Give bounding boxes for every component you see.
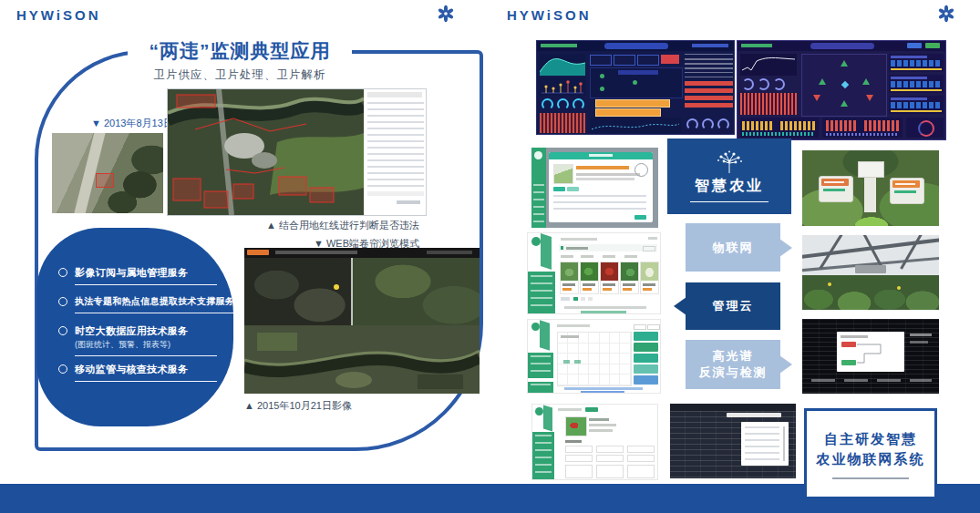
app-screenshot-modal xyxy=(531,148,658,228)
app-screenshot-form xyxy=(531,404,658,480)
app-logo-circle xyxy=(531,323,540,331)
dashboard-title-pill xyxy=(810,43,874,49)
satellite-map xyxy=(168,89,364,215)
flow-label-line2: 反演与检测 xyxy=(699,364,768,381)
app-ribbon xyxy=(541,233,552,270)
form-field xyxy=(565,446,593,453)
caption-redline: ▲ 结合用地红线进行判断是否违法 xyxy=(171,219,419,232)
flow-label: 管理云 xyxy=(713,298,754,314)
attribute-panel xyxy=(364,89,427,215)
map-marker xyxy=(334,284,339,290)
arrow-right-icon xyxy=(779,355,792,374)
sensor-head xyxy=(858,161,884,178)
side-card xyxy=(634,332,658,341)
footer-text-box: 自主研发智慧 农业物联网系统 xyxy=(804,408,937,499)
alert-row xyxy=(685,81,733,86)
service-item: 移动监管与核查技术服务 xyxy=(58,363,217,382)
gauges-row xyxy=(685,118,733,130)
hywison-logo-right: HYWiSON xyxy=(507,7,592,23)
stat-chip xyxy=(637,55,659,66)
foreground-leaf xyxy=(846,203,897,226)
form-textarea xyxy=(627,465,655,478)
area-chart xyxy=(540,54,585,76)
form-field xyxy=(627,446,655,453)
flow-label: 物联网 xyxy=(713,240,754,256)
left-title-block: “两违”监测典型应用 卫片供应、卫片处理、卫片解析 xyxy=(128,38,352,83)
gauges-row xyxy=(740,77,797,90)
plants-row xyxy=(802,275,939,310)
side-card xyxy=(634,343,658,352)
footer-box-underline xyxy=(832,477,909,479)
service-item: 时空大数据应用技术服务 (图斑统计、预警、报表等) xyxy=(58,324,217,356)
bar-row-panel xyxy=(889,75,944,93)
service-underline xyxy=(75,381,217,382)
flow-box-cloud: 管理云 xyxy=(686,282,780,330)
app-ribbon xyxy=(540,320,550,351)
toolbar-chip-blue xyxy=(907,43,922,48)
hywison-logo-left: HYWiSON xyxy=(16,7,101,23)
page-left: HYWiSON “两违”监测典型应用 卫片供应、卫片处理、卫片解析 ▼ 2013… xyxy=(0,0,492,513)
flow-box-iot: 物联网 xyxy=(686,223,780,272)
alert-row xyxy=(685,88,733,93)
gis-screenshot xyxy=(167,88,427,216)
bar-row-panel xyxy=(889,54,944,72)
app-ribbon xyxy=(543,405,552,431)
smart-agri-tree-icon xyxy=(712,150,747,174)
service-note: (图斑统计、预警、报表等) xyxy=(75,339,217,351)
monitor-dark-screenshot xyxy=(802,319,939,394)
stamp-circle xyxy=(634,163,648,177)
product-card xyxy=(640,262,659,294)
yellow-bars xyxy=(740,118,819,138)
stat-chip xyxy=(614,55,635,66)
calendar-grid xyxy=(557,332,632,386)
service-underline xyxy=(75,355,217,356)
flow-main-label: 智慧农业 xyxy=(695,177,764,196)
service-label: 影像订阅与属地管理服务 xyxy=(75,266,217,280)
footer-box-line1: 自主研发智慧 xyxy=(824,429,917,450)
product-card xyxy=(600,262,619,294)
sensor-box-left xyxy=(819,176,853,202)
service-label: 移动监管与核查技术服务 xyxy=(75,363,217,376)
sensor-box-right xyxy=(890,178,924,204)
app-logo-circle xyxy=(535,407,543,416)
red-bars xyxy=(822,118,903,138)
form-textarea xyxy=(565,465,593,478)
map-left-half xyxy=(244,258,352,325)
form-textarea xyxy=(596,465,624,478)
satellite-photo-2013 xyxy=(52,133,163,213)
flow-diagram-panel xyxy=(590,67,683,98)
veggie-thumbnail xyxy=(553,164,573,184)
stat-chip-alert xyxy=(661,55,679,64)
dashboard-screenshot-2 xyxy=(737,40,946,140)
arrow-left-icon xyxy=(674,297,686,315)
service-label: 时空大数据应用技术服务 xyxy=(75,324,217,338)
services-panel: 影像订阅与属地管理服务 执法专题和热点信息提取技术支撑服务 时空大数据应用技术服… xyxy=(36,228,233,426)
lollipop-chart xyxy=(540,77,585,96)
redline-annotation xyxy=(96,173,114,188)
modal-dialog xyxy=(549,152,653,222)
app-screenshot-calendar xyxy=(527,319,661,394)
red-dot-grid xyxy=(740,93,797,115)
flow-main-underline xyxy=(690,201,769,203)
trend-sparkline xyxy=(590,118,681,133)
line-chart xyxy=(740,54,797,76)
page-right: HYWiSON xyxy=(492,0,980,513)
orange-bar xyxy=(595,108,661,117)
form-field xyxy=(596,446,624,453)
pinwheel-logo-icon xyxy=(437,5,455,23)
alert-row xyxy=(685,96,733,100)
arrow-right-icon xyxy=(779,239,792,257)
web-curtain-screenshot xyxy=(244,248,480,394)
flow-box-hyperspectral: 高光谱 反演与检测 xyxy=(686,340,780,389)
flow-modal xyxy=(837,332,904,372)
app-sidebar xyxy=(531,148,546,228)
web-toolbar xyxy=(244,248,480,258)
table-modal xyxy=(741,422,789,466)
red-heatmap xyxy=(540,113,585,133)
flow-label: 高光谱 xyxy=(713,348,754,364)
side-card xyxy=(634,354,658,363)
stat-chip xyxy=(590,55,612,66)
bullet-circle-icon xyxy=(58,268,67,277)
gauges-row xyxy=(540,97,587,110)
product-card xyxy=(560,262,579,294)
